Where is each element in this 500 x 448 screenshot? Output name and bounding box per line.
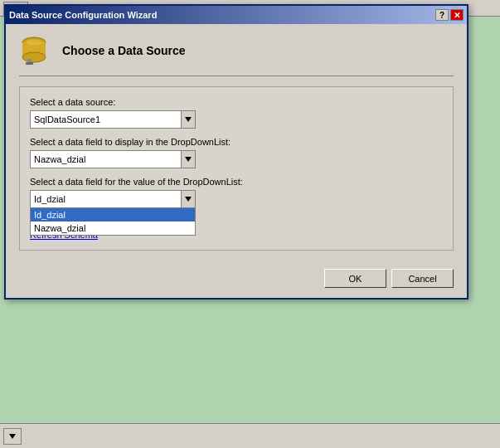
header-title: Choose a Data Source	[62, 44, 186, 57]
title-bar: Data Source Configuration Wizard ? ✕	[6, 6, 467, 24]
svg-rect-5	[26, 62, 33, 65]
svg-point-3	[26, 40, 42, 46]
dialog-header: Choose a Data Source	[19, 34, 454, 76]
datasource-select-wrapper: SqlDataSource1	[30, 110, 196, 129]
close-button[interactable]: ✕	[450, 9, 464, 21]
dropdown-item-nazwa-dzial[interactable]: Nazwa_dzial	[31, 222, 195, 235]
displayfield-select-wrapper: Nazwa_dzial	[30, 150, 196, 168]
dialog-content: Choose a Data Source Select a data sourc…	[6, 24, 467, 261]
svg-point-2	[22, 52, 46, 62]
datasource-group: Select a data source: SqlDataSource1	[30, 97, 443, 129]
taskbar	[0, 423, 500, 448]
cancel-button[interactable]: Cancel	[391, 269, 454, 288]
valuefield-label: Select a data field for the value of the…	[30, 177, 443, 187]
displayfield-label: Select a data field to display in the Dr…	[30, 137, 443, 147]
datasource-label: Select a data source:	[30, 97, 443, 107]
help-button[interactable]: ?	[435, 9, 449, 21]
ok-button[interactable]: OK	[324, 269, 386, 288]
displayfield-select[interactable]: Nazwa_dzial	[30, 150, 196, 168]
valuefield-input-row	[30, 190, 196, 208]
valuefield-input[interactable]	[30, 190, 181, 208]
displayfield-group: Select a data field to display in the Dr…	[30, 137, 443, 168]
database-icon	[19, 34, 52, 67]
datasource-select[interactable]: SqlDataSource1	[30, 110, 196, 129]
valuefield-group: Select a data field for the value of the…	[30, 177, 443, 208]
background: 12 Data Source Configuration Wizard ? ✕	[0, 0, 500, 448]
valuefield-dropdown-list: Id_dzial Nazwa_dzial	[30, 208, 196, 236]
dialog-title: Data Source Configuration Wizard	[9, 10, 157, 20]
scroll-down-icon	[9, 434, 16, 439]
dialog-window: Data Source Configuration Wizard ? ✕	[4, 4, 468, 299]
dialog-footer: OK Cancel	[6, 261, 467, 298]
valuefield-dropdown-btn[interactable]	[181, 190, 196, 208]
valuefield-dropdown-container: Id_dzial Nazwa_dzial	[30, 190, 196, 208]
valuefield-arrow-icon	[185, 197, 192, 202]
scroll-down-button[interactable]	[3, 428, 22, 445]
title-bar-buttons: ? ✕	[435, 9, 464, 21]
dropdown-item-id-dzial[interactable]: Id_dzial	[31, 208, 195, 222]
form-area: Select a data source: SqlDataSource1 Sel…	[19, 86, 454, 251]
